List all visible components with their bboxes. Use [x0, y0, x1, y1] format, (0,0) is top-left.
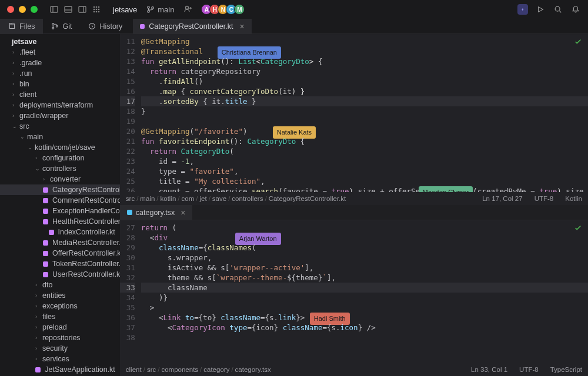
- breadcrumb-segment[interactable]: src: [126, 195, 135, 202]
- breadcrumb-segment[interactable]: category: [203, 366, 229, 373]
- code-line[interactable]: className: [141, 283, 588, 293]
- tree-item[interactable]: ›.gradle: [0, 58, 120, 68]
- code-line[interactable]: <CategoryIcon type={icon} className={s.i…: [141, 323, 588, 333]
- tree-item[interactable]: ›exceptions: [0, 301, 120, 311]
- panel-right-icon[interactable]: [76, 4, 88, 15]
- tree-item[interactable]: ⌄src: [0, 121, 120, 132]
- file-encoding[interactable]: UTF-8: [519, 366, 539, 373]
- code-line[interactable]: <divArjan Warton: [141, 233, 588, 243]
- tree-item[interactable]: ›.fleet: [0, 47, 120, 58]
- code-line[interactable]: id = -1,: [141, 156, 588, 166]
- code-line[interactable]: @GetMapping("/favorite")Natalie Kats: [141, 126, 588, 136]
- maximize-window[interactable]: [31, 6, 38, 13]
- code-line[interactable]: fun getAllEndpoint(): List<CategoryDto> …: [141, 56, 588, 66]
- breadcrumb-segment[interactable]: controllers: [232, 195, 263, 202]
- code-line[interactable]: [141, 116, 588, 126]
- panel-bottom-icon[interactable]: [62, 4, 74, 15]
- tool-tab-git[interactable]: Git: [43, 19, 80, 33]
- code-line[interactable]: .findAll(): [141, 76, 588, 86]
- file-language[interactable]: TypeScript: [550, 366, 582, 373]
- code-line[interactable]: <Link to={to} className={s.link}>Hadi Sm…: [141, 313, 588, 323]
- panel-left-icon[interactable]: [48, 4, 60, 15]
- close-window[interactable]: [7, 6, 14, 13]
- avatar[interactable]: M: [234, 4, 245, 15]
- tree-item[interactable]: jetsave: [0, 36, 120, 47]
- tree-item[interactable]: HealthRestController.kt: [0, 216, 120, 227]
- tree-item[interactable]: ›deployments/terraform: [0, 100, 120, 110]
- code-line[interactable]: theme && s[`wrapper--theme-${theme}`],: [141, 273, 588, 283]
- tool-tab-files[interactable]: Files: [0, 19, 43, 33]
- tree-item[interactable]: ›configuration: [0, 153, 120, 163]
- run-icon[interactable]: [535, 4, 546, 15]
- breadcrumb-segment[interactable]: src: [147, 366, 156, 373]
- code-line[interactable]: type = "favorite",: [141, 166, 588, 176]
- code-line[interactable]: title = "My collection",: [141, 176, 588, 186]
- code-line[interactable]: count = offerService.search(favorite = t…: [141, 186, 588, 192]
- tree-item[interactable]: ⌄main: [0, 132, 120, 142]
- file-tree[interactable]: jetsave›.fleet›.gradle›.run›bin›client›d…: [0, 34, 120, 376]
- close-tab-icon[interactable]: ×: [181, 208, 185, 217]
- file-language[interactable]: Kotlin: [565, 195, 582, 202]
- blame-annotation[interactable]: Maarten Clymer: [419, 186, 473, 192]
- code-line[interactable]: return (: [141, 223, 588, 233]
- tree-item[interactable]: ›.run: [0, 68, 120, 79]
- code-line[interactable]: >: [141, 303, 588, 313]
- code-line[interactable]: s.wrapper,: [141, 253, 588, 263]
- code-line[interactable]: isActive && s['wrapper--active'],: [141, 263, 588, 273]
- breadcrumb-segment[interactable]: CategoryRestController.kt: [269, 195, 346, 202]
- code-editor[interactable]: 1112131415161718192021222324252627 @GetM…: [120, 34, 588, 192]
- code-line[interactable]: return CategoryDto(: [141, 146, 588, 156]
- tree-item[interactable]: ⌄controllers: [0, 163, 120, 174]
- breadcrumb[interactable]: src/main/kotlin/com/jet/save/controllers…: [126, 195, 346, 202]
- breadcrumb-segment[interactable]: components: [161, 366, 198, 373]
- breadcrumb-segment[interactable]: save: [212, 195, 226, 202]
- code-line[interactable]: @TransactionalChristiana Brennan: [141, 46, 588, 56]
- code-line[interactable]: .sortedBy { it.title }: [141, 96, 588, 106]
- code-line[interactable]: fun favoriteEndpoint(): CategoryDto {: [141, 136, 588, 146]
- apps-icon[interactable]: [91, 4, 102, 15]
- minimize-window[interactable]: [19, 6, 26, 13]
- breadcrumb-segment[interactable]: com: [182, 195, 195, 202]
- tree-item[interactable]: ⌄kotlin/com/jet/save: [0, 142, 120, 153]
- file-encoding[interactable]: UTF-8: [534, 195, 554, 202]
- cursor-position[interactable]: Ln 17, Col 27: [482, 195, 522, 202]
- code-line[interactable]: .map { convertCategoryToDto(it) }: [141, 86, 588, 96]
- tree-item[interactable]: ›files: [0, 311, 120, 322]
- tree-item[interactable]: ›entities: [0, 290, 120, 301]
- breadcrumb-segment[interactable]: kotlin: [161, 195, 176, 202]
- tree-item[interactable]: JetSaveApplication.kt: [0, 364, 120, 375]
- code-editor[interactable]: 272829303132333435363738 return ( <divAr…: [120, 220, 588, 363]
- breadcrumb[interactable]: client/src/components/category/category.…: [126, 366, 271, 373]
- editor-tab[interactable]: category.tsx ×: [120, 205, 193, 220]
- tree-item[interactable]: IndexController.kt: [0, 227, 120, 237]
- tree-item[interactable]: ›dto: [0, 280, 120, 290]
- tree-item[interactable]: CategoryRestController.kt: [0, 184, 120, 195]
- tree-item[interactable]: ›preload: [0, 322, 120, 333]
- tree-item[interactable]: UserRestController.kt: [0, 269, 120, 280]
- code-line[interactable]: @GetMapping: [141, 36, 588, 46]
- code-line[interactable]: }: [141, 106, 588, 116]
- code-line[interactable]: className={classNames(: [141, 243, 588, 253]
- breadcrumb-segment[interactable]: category.tsx: [235, 366, 271, 373]
- tree-item[interactable]: ExceptionHandlerController: [0, 206, 120, 216]
- tree-item[interactable]: ›repositories: [0, 333, 120, 343]
- add-collaborator-icon[interactable]: [183, 4, 193, 15]
- branch-selector[interactable]: main: [146, 5, 174, 14]
- tree-item[interactable]: ›services: [0, 354, 120, 364]
- tree-item[interactable]: TokenRestController.kt: [0, 258, 120, 269]
- code-line[interactable]: )}: [141, 293, 588, 303]
- tree-item[interactable]: ›converter: [0, 174, 120, 184]
- tree-item[interactable]: ›client: [0, 89, 120, 100]
- notifications-icon[interactable]: [570, 4, 581, 15]
- close-tab-icon[interactable]: ×: [239, 22, 244, 31]
- tree-item[interactable]: CommentRestController.kt: [0, 195, 120, 206]
- editor-tab-active[interactable]: CategoryRestController.kt ×: [133, 19, 251, 33]
- project-name[interactable]: jetsave: [113, 5, 137, 14]
- breadcrumb-segment[interactable]: jet: [200, 195, 207, 202]
- code-line[interactable]: [141, 333, 588, 343]
- tree-item[interactable]: OfferRestController.kt: [0, 248, 120, 258]
- breadcrumb-segment[interactable]: client: [126, 366, 142, 373]
- smart-mode-icon[interactable]: [517, 4, 528, 15]
- search-icon[interactable]: [553, 4, 563, 15]
- breadcrumb-segment[interactable]: main: [140, 195, 155, 202]
